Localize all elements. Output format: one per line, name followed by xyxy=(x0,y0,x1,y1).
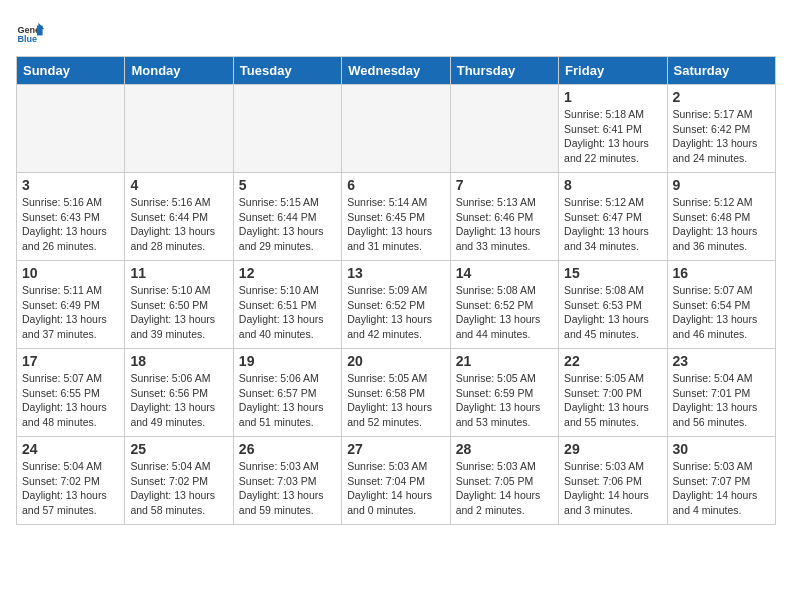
day-number: 20 xyxy=(347,353,444,369)
day-number: 8 xyxy=(564,177,661,193)
calendar-week-2: 3Sunrise: 5:16 AM Sunset: 6:43 PM Daylig… xyxy=(17,173,776,261)
day-number: 10 xyxy=(22,265,119,281)
calendar-cell: 29Sunrise: 5:03 AM Sunset: 7:06 PM Dayli… xyxy=(559,437,667,525)
weekday-header-sunday: Sunday xyxy=(17,57,125,85)
day-number: 15 xyxy=(564,265,661,281)
day-info: Sunrise: 5:05 AM Sunset: 7:00 PM Dayligh… xyxy=(564,371,661,430)
day-number: 18 xyxy=(130,353,227,369)
calendar-week-4: 17Sunrise: 5:07 AM Sunset: 6:55 PM Dayli… xyxy=(17,349,776,437)
day-number: 24 xyxy=(22,441,119,457)
day-info: Sunrise: 5:16 AM Sunset: 6:43 PM Dayligh… xyxy=(22,195,119,254)
day-info: Sunrise: 5:18 AM Sunset: 6:41 PM Dayligh… xyxy=(564,107,661,166)
day-info: Sunrise: 5:12 AM Sunset: 6:47 PM Dayligh… xyxy=(564,195,661,254)
calendar-cell: 20Sunrise: 5:05 AM Sunset: 6:58 PM Dayli… xyxy=(342,349,450,437)
day-number: 11 xyxy=(130,265,227,281)
day-info: Sunrise: 5:14 AM Sunset: 6:45 PM Dayligh… xyxy=(347,195,444,254)
day-info: Sunrise: 5:03 AM Sunset: 7:07 PM Dayligh… xyxy=(673,459,770,518)
logo-icon: General Blue xyxy=(16,20,44,48)
calendar-cell: 19Sunrise: 5:06 AM Sunset: 6:57 PM Dayli… xyxy=(233,349,341,437)
weekday-header-tuesday: Tuesday xyxy=(233,57,341,85)
day-info: Sunrise: 5:08 AM Sunset: 6:52 PM Dayligh… xyxy=(456,283,553,342)
day-number: 4 xyxy=(130,177,227,193)
calendar-cell: 12Sunrise: 5:10 AM Sunset: 6:51 PM Dayli… xyxy=(233,261,341,349)
calendar-cell: 8Sunrise: 5:12 AM Sunset: 6:47 PM Daylig… xyxy=(559,173,667,261)
calendar-cell xyxy=(342,85,450,173)
day-info: Sunrise: 5:15 AM Sunset: 6:44 PM Dayligh… xyxy=(239,195,336,254)
calendar-week-1: 1Sunrise: 5:18 AM Sunset: 6:41 PM Daylig… xyxy=(17,85,776,173)
calendar-cell: 22Sunrise: 5:05 AM Sunset: 7:00 PM Dayli… xyxy=(559,349,667,437)
day-info: Sunrise: 5:05 AM Sunset: 6:58 PM Dayligh… xyxy=(347,371,444,430)
day-number: 19 xyxy=(239,353,336,369)
calendar-cell: 6Sunrise: 5:14 AM Sunset: 6:45 PM Daylig… xyxy=(342,173,450,261)
calendar-cell: 7Sunrise: 5:13 AM Sunset: 6:46 PM Daylig… xyxy=(450,173,558,261)
calendar-cell xyxy=(233,85,341,173)
day-number: 29 xyxy=(564,441,661,457)
calendar-cell: 1Sunrise: 5:18 AM Sunset: 6:41 PM Daylig… xyxy=(559,85,667,173)
calendar-cell: 11Sunrise: 5:10 AM Sunset: 6:50 PM Dayli… xyxy=(125,261,233,349)
day-number: 21 xyxy=(456,353,553,369)
day-info: Sunrise: 5:09 AM Sunset: 6:52 PM Dayligh… xyxy=(347,283,444,342)
calendar-cell xyxy=(17,85,125,173)
day-info: Sunrise: 5:07 AM Sunset: 6:55 PM Dayligh… xyxy=(22,371,119,430)
day-info: Sunrise: 5:04 AM Sunset: 7:01 PM Dayligh… xyxy=(673,371,770,430)
weekday-header-saturday: Saturday xyxy=(667,57,775,85)
calendar-cell: 17Sunrise: 5:07 AM Sunset: 6:55 PM Dayli… xyxy=(17,349,125,437)
calendar-cell: 5Sunrise: 5:15 AM Sunset: 6:44 PM Daylig… xyxy=(233,173,341,261)
svg-text:Blue: Blue xyxy=(17,34,37,44)
day-number: 25 xyxy=(130,441,227,457)
calendar-cell: 10Sunrise: 5:11 AM Sunset: 6:49 PM Dayli… xyxy=(17,261,125,349)
calendar-cell: 27Sunrise: 5:03 AM Sunset: 7:04 PM Dayli… xyxy=(342,437,450,525)
day-number: 2 xyxy=(673,89,770,105)
day-number: 6 xyxy=(347,177,444,193)
day-info: Sunrise: 5:10 AM Sunset: 6:50 PM Dayligh… xyxy=(130,283,227,342)
weekday-header-monday: Monday xyxy=(125,57,233,85)
calendar-week-3: 10Sunrise: 5:11 AM Sunset: 6:49 PM Dayli… xyxy=(17,261,776,349)
day-info: Sunrise: 5:03 AM Sunset: 7:06 PM Dayligh… xyxy=(564,459,661,518)
day-number: 23 xyxy=(673,353,770,369)
day-info: Sunrise: 5:04 AM Sunset: 7:02 PM Dayligh… xyxy=(22,459,119,518)
calendar-cell: 15Sunrise: 5:08 AM Sunset: 6:53 PM Dayli… xyxy=(559,261,667,349)
day-number: 26 xyxy=(239,441,336,457)
calendar-cell: 24Sunrise: 5:04 AM Sunset: 7:02 PM Dayli… xyxy=(17,437,125,525)
day-number: 13 xyxy=(347,265,444,281)
day-info: Sunrise: 5:06 AM Sunset: 6:56 PM Dayligh… xyxy=(130,371,227,430)
day-number: 30 xyxy=(673,441,770,457)
day-number: 14 xyxy=(456,265,553,281)
day-info: Sunrise: 5:03 AM Sunset: 7:03 PM Dayligh… xyxy=(239,459,336,518)
day-number: 1 xyxy=(564,89,661,105)
logo: General Blue xyxy=(16,20,48,48)
day-info: Sunrise: 5:05 AM Sunset: 6:59 PM Dayligh… xyxy=(456,371,553,430)
weekday-header-friday: Friday xyxy=(559,57,667,85)
day-number: 28 xyxy=(456,441,553,457)
day-info: Sunrise: 5:08 AM Sunset: 6:53 PM Dayligh… xyxy=(564,283,661,342)
calendar-cell: 9Sunrise: 5:12 AM Sunset: 6:48 PM Daylig… xyxy=(667,173,775,261)
day-info: Sunrise: 5:13 AM Sunset: 6:46 PM Dayligh… xyxy=(456,195,553,254)
calendar-week-5: 24Sunrise: 5:04 AM Sunset: 7:02 PM Dayli… xyxy=(17,437,776,525)
calendar-cell xyxy=(125,85,233,173)
weekday-header-thursday: Thursday xyxy=(450,57,558,85)
day-number: 5 xyxy=(239,177,336,193)
calendar-header-row: SundayMondayTuesdayWednesdayThursdayFrid… xyxy=(17,57,776,85)
day-info: Sunrise: 5:07 AM Sunset: 6:54 PM Dayligh… xyxy=(673,283,770,342)
weekday-header-wednesday: Wednesday xyxy=(342,57,450,85)
calendar-cell: 26Sunrise: 5:03 AM Sunset: 7:03 PM Dayli… xyxy=(233,437,341,525)
day-info: Sunrise: 5:17 AM Sunset: 6:42 PM Dayligh… xyxy=(673,107,770,166)
day-number: 3 xyxy=(22,177,119,193)
calendar-table: SundayMondayTuesdayWednesdayThursdayFrid… xyxy=(16,56,776,525)
day-info: Sunrise: 5:03 AM Sunset: 7:04 PM Dayligh… xyxy=(347,459,444,518)
day-number: 27 xyxy=(347,441,444,457)
calendar-cell: 18Sunrise: 5:06 AM Sunset: 6:56 PM Dayli… xyxy=(125,349,233,437)
calendar-cell: 30Sunrise: 5:03 AM Sunset: 7:07 PM Dayli… xyxy=(667,437,775,525)
day-info: Sunrise: 5:06 AM Sunset: 6:57 PM Dayligh… xyxy=(239,371,336,430)
calendar-cell: 23Sunrise: 5:04 AM Sunset: 7:01 PM Dayli… xyxy=(667,349,775,437)
day-info: Sunrise: 5:10 AM Sunset: 6:51 PM Dayligh… xyxy=(239,283,336,342)
day-info: Sunrise: 5:16 AM Sunset: 6:44 PM Dayligh… xyxy=(130,195,227,254)
page-header: General Blue xyxy=(16,16,776,48)
day-number: 17 xyxy=(22,353,119,369)
day-info: Sunrise: 5:12 AM Sunset: 6:48 PM Dayligh… xyxy=(673,195,770,254)
calendar-cell: 21Sunrise: 5:05 AM Sunset: 6:59 PM Dayli… xyxy=(450,349,558,437)
calendar-cell: 28Sunrise: 5:03 AM Sunset: 7:05 PM Dayli… xyxy=(450,437,558,525)
calendar-cell: 3Sunrise: 5:16 AM Sunset: 6:43 PM Daylig… xyxy=(17,173,125,261)
day-number: 7 xyxy=(456,177,553,193)
day-number: 16 xyxy=(673,265,770,281)
